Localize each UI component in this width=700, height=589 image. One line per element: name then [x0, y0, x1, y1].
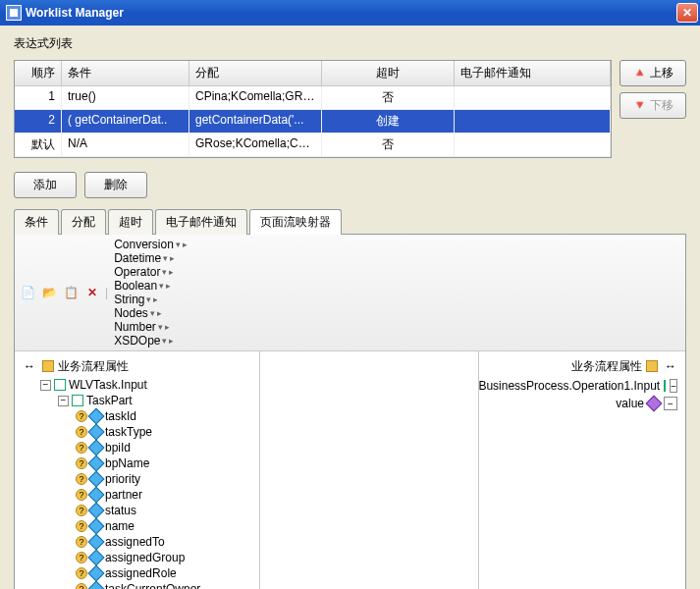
cell-assign: GRose;KComella;CPina;: [189, 134, 322, 156]
table-row[interactable]: 1true()CPina;KComella;GRose;否: [15, 86, 611, 110]
toolbar-category[interactable]: Boolean ▾ ▸: [112, 279, 189, 293]
expand-icon[interactable]: −: [664, 397, 677, 410]
tabs-row: 条件分配超时电子邮件通知页面流映射器: [14, 208, 686, 235]
chevron-down-icon: ▾: [163, 253, 168, 263]
help-icon: ?: [76, 552, 87, 563]
expand-icon[interactable]: −: [58, 396, 69, 406]
square-icon: [72, 395, 83, 406]
cell-cond: true(): [62, 86, 189, 109]
table-row[interactable]: 2( getContainerDat..getContainerData('..…: [15, 110, 611, 134]
tree-node[interactable]: ?bpName: [23, 455, 255, 471]
header-assign[interactable]: 分配: [189, 61, 322, 85]
move-up-button[interactable]: 🔺 上移: [619, 60, 686, 86]
toolbar-category[interactable]: Datetime ▾ ▸: [112, 251, 189, 265]
tree-node[interactable]: −WLVTask.Input: [23, 377, 255, 393]
left-pane-header: 业务流程属性: [58, 358, 129, 375]
titlebar: Worklist Manager ✕: [0, 0, 700, 26]
header-order[interactable]: 顺序: [15, 61, 62, 85]
diamond-icon: [88, 424, 105, 441]
window-title: Worklist Manager: [26, 6, 676, 20]
diamond-icon: [88, 440, 105, 456]
chevron-down-icon: ▾: [158, 322, 163, 332]
expand-icon[interactable]: −: [670, 379, 677, 393]
tree-node[interactable]: ?bpiId: [23, 440, 255, 455]
new-icon[interactable]: 📄: [19, 284, 36, 301]
help-icon: ?: [76, 536, 87, 548]
cell-email: [455, 86, 611, 109]
expand-icon[interactable]: −: [40, 380, 51, 391]
tree-node[interactable]: ?taskId: [23, 408, 255, 424]
tree-node[interactable]: value−: [483, 395, 681, 412]
toolbar-category[interactable]: Conversion ▾ ▸: [112, 238, 189, 251]
tree-node[interactable]: −TaskPart: [23, 393, 255, 408]
help-icon: ?: [76, 410, 87, 422]
chevron-down-icon: ▾: [159, 281, 164, 291]
diamond-icon: [88, 455, 105, 472]
close-button[interactable]: ✕: [676, 3, 698, 23]
toolbar-category[interactable]: String ▾ ▸: [112, 293, 189, 306]
delete-button[interactable]: 删除: [84, 172, 147, 198]
open-icon[interactable]: 📂: [40, 284, 58, 301]
tree-node[interactable]: ?taskType: [23, 424, 255, 440]
add-button[interactable]: 添加: [14, 172, 77, 198]
tab-2[interactable]: 超时: [108, 209, 153, 235]
tab-0[interactable]: 条件: [14, 209, 59, 235]
table-header: 顺序 条件 分配 超时 电子邮件通知: [15, 61, 611, 86]
tab-4[interactable]: 页面流映射器: [249, 209, 342, 235]
table-row[interactable]: 默认N/AGRose;KComella;CPina;否: [15, 134, 611, 157]
folder-icon: [42, 360, 54, 372]
tree-node[interactable]: ?assignedGroup: [23, 550, 255, 565]
copy-icon[interactable]: 📋: [62, 284, 80, 301]
header-timeout[interactable]: 超时: [322, 61, 455, 85]
tree-node[interactable]: ?assignedRole: [23, 565, 255, 581]
diamond-icon: [88, 471, 105, 488]
tree-node[interactable]: ?taskCurrentOwner: [23, 581, 255, 589]
diamond-icon: [88, 534, 105, 551]
left-tree-pane[interactable]: ↔ 业务流程属性 −WLVTask.Input −TaskPart ?taskI…: [15, 351, 260, 589]
tree-node[interactable]: ?status: [23, 503, 255, 518]
cell-email: [455, 110, 611, 133]
help-icon: ?: [76, 426, 87, 438]
help-icon: ?: [76, 505, 87, 516]
square-icon: [54, 379, 66, 391]
cell-email: [455, 134, 611, 156]
cell-order: 1: [15, 86, 62, 109]
tree-node[interactable]: ?name: [23, 518, 255, 534]
delete-icon[interactable]: ✕: [83, 284, 101, 301]
mapper-toolbar: 📄 📂 📋 ✕ | Conversion ▾ ▸Datetime ▾ ▸Oper…: [15, 235, 685, 351]
diamond-icon: [88, 550, 105, 566]
tree-node[interactable]: ?priority: [23, 471, 255, 487]
tree-node[interactable]: subBusinessProcess.Operation1.Input−: [483, 377, 681, 395]
mapping-pane[interactable]: [260, 351, 479, 589]
cell-cond: ( getContainerDat..: [62, 110, 189, 133]
diamond-icon: [88, 503, 105, 519]
expression-list-label: 表达式列表: [14, 35, 686, 52]
right-pane-header: 业务流程属性: [571, 358, 642, 375]
tab-3[interactable]: 电子邮件通知: [155, 209, 247, 235]
toolbar-category[interactable]: XSDOpe ▾ ▸: [112, 334, 189, 348]
square-icon: [664, 380, 666, 392]
tree-node[interactable]: ?assignedTo: [23, 534, 255, 550]
help-icon: ?: [76, 567, 87, 579]
diamond-icon: [88, 518, 105, 535]
toolbar-category[interactable]: Nodes ▾ ▸: [112, 306, 189, 320]
toolbar-category[interactable]: Operator ▾ ▸: [112, 265, 189, 279]
chevron-down-icon: ▾: [162, 336, 167, 346]
tab-1[interactable]: 分配: [61, 209, 106, 235]
cell-timeout: 否: [322, 86, 455, 109]
right-tree-pane[interactable]: 业务流程属性 ↔ subBusinessProcess.Operation1.I…: [479, 351, 685, 589]
collapse-icon[interactable]: ↔: [662, 357, 679, 375]
app-icon: [6, 5, 22, 21]
header-condition[interactable]: 条件: [62, 61, 189, 85]
cell-assign: getContainerData('...: [189, 110, 322, 133]
collapse-icon[interactable]: ↔: [21, 357, 38, 375]
folder-icon: [646, 360, 658, 372]
chevron-down-icon: ▾: [162, 267, 167, 277]
diamond-icon: [646, 396, 663, 412]
chevron-down-icon: ▾: [176, 240, 181, 249]
header-email[interactable]: 电子邮件通知: [455, 61, 611, 85]
tree-node[interactable]: ?partner: [23, 487, 255, 503]
help-icon: ?: [76, 457, 87, 469]
help-icon: ?: [76, 583, 87, 589]
toolbar-category[interactable]: Number ▾ ▸: [112, 320, 189, 334]
